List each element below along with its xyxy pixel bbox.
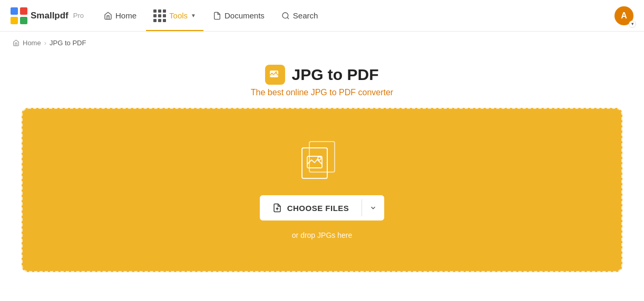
nav-documents-label: Documents: [225, 11, 265, 20]
breadcrumb-home-icon: [13, 39, 19, 46]
avatar-initial: A: [621, 11, 627, 21]
user-avatar[interactable]: A ▾: [614, 6, 633, 25]
drop-zone[interactable]: CHOOSE FILES or drop JPGs here: [22, 108, 622, 272]
file-front-icon: [301, 147, 328, 179]
chevron-down-icon: [369, 204, 377, 212]
file-illustration: [301, 141, 343, 183]
tools-dropdown-arrow: ▼: [191, 13, 196, 18]
svg-rect-3: [20, 17, 27, 24]
page-title: JPG to PDF: [291, 66, 378, 84]
documents-icon: [213, 12, 221, 20]
breadcrumb: Home › JPG to PDF: [0, 32, 644, 54]
smallpdf-logo-icon: [11, 7, 27, 24]
nav-tools[interactable]: Tools ▼: [146, 5, 203, 26]
logo-pro-label: Pro: [73, 12, 84, 19]
breadcrumb-home-link[interactable]: Home: [23, 39, 41, 47]
page-subtitle: The best online JPG to PDF converter: [251, 88, 393, 97]
choose-files-group: CHOOSE FILES: [260, 195, 385, 220]
nav-tools-label: Tools: [169, 11, 188, 20]
breadcrumb-separator: ›: [44, 39, 46, 47]
choose-files-dropdown-button[interactable]: [362, 195, 384, 220]
drop-hint: or drop JPGs here: [292, 231, 352, 239]
choose-files-button[interactable]: CHOOSE FILES: [260, 195, 362, 220]
avatar-dropdown-arrow: ▾: [629, 21, 636, 28]
home-icon: [104, 12, 112, 20]
navbar: SmallpdfPro Home Tools ▼ Documents: [0, 0, 644, 32]
logo[interactable]: SmallpdfPro: [11, 7, 84, 24]
svg-line-5: [287, 17, 289, 19]
file-upload-icon: [272, 203, 282, 213]
nav-home[interactable]: Home: [96, 7, 144, 24]
breadcrumb-current: JPG to PDF: [50, 39, 86, 47]
page-title-area: JPG to PDF: [265, 65, 378, 85]
svg-point-4: [282, 13, 288, 18]
logo-text: Smallpdf: [31, 11, 69, 21]
main-content: JPG to PDF The best online JPG to PDF co…: [0, 54, 644, 293]
choose-files-label: CHOOSE FILES: [287, 204, 349, 213]
nav-home-label: Home: [115, 11, 136, 20]
page-title-icon: [265, 65, 285, 85]
grid-icon: [153, 9, 166, 22]
nav-search-label: Search: [293, 11, 318, 20]
svg-point-7: [276, 72, 277, 73]
svg-rect-0: [11, 7, 18, 15]
nav-documents[interactable]: Documents: [206, 7, 272, 24]
svg-rect-1: [20, 7, 27, 15]
nav-search[interactable]: Search: [274, 7, 326, 24]
svg-point-11: [318, 157, 321, 160]
search-icon: [281, 12, 290, 20]
jpg-to-pdf-icon: [269, 68, 281, 81]
svg-rect-2: [11, 17, 18, 24]
nav-items: Home Tools ▼ Documents Search: [96, 5, 614, 26]
